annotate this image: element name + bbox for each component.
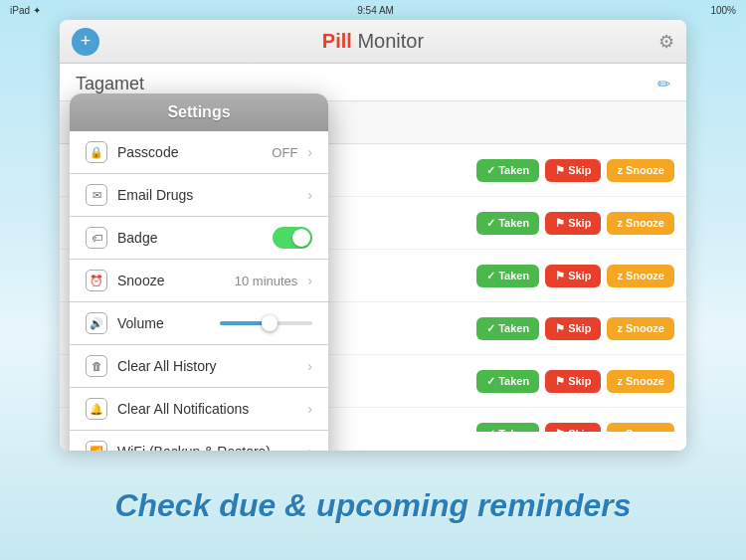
taken-button[interactable]: ✓ Taken (476, 423, 539, 433)
volume-icon: 🔊 (86, 312, 107, 334)
wifi-icon: 📶 (86, 441, 107, 451)
snooze-icon: ⏰ (86, 270, 107, 291)
skip-button[interactable]: ⚑ Skip (545, 423, 601, 433)
taken-button[interactable]: ✓ Taken (476, 159, 539, 182)
clear-notif-label: Clear All Notifications (117, 401, 297, 417)
snooze-button[interactable]: z Snooze (607, 212, 674, 235)
settings-item-snooze[interactable]: ⏰ Snooze 10 minutes › (70, 260, 328, 302)
main-content: Tagamet ✏ Current Actions Upcoming Actio… (60, 64, 686, 451)
settings-item-badge[interactable]: 🏷 Badge (70, 217, 328, 260)
snooze-button[interactable]: z Snooze (607, 317, 674, 340)
gear-icon[interactable]: ⚙ (658, 31, 674, 53)
badge-label: Badge (117, 230, 263, 246)
slider-thumb[interactable] (262, 315, 278, 331)
action-buttons: ✓ Taken ⚑ Skip z Snooze (476, 212, 674, 235)
settings-header: Settings (70, 93, 328, 131)
snooze-value: 10 minutes (235, 274, 298, 288)
passcode-icon: 🔒 (86, 141, 107, 163)
email-icon: ✉ (86, 184, 107, 206)
action-buttons: ✓ Taken ⚑ Skip z Snooze (476, 317, 674, 340)
settings-panel: Settings 🔒 Passcode OFF › ✉ Email Drugs … (70, 93, 328, 451)
snooze-button[interactable]: z Snooze (607, 423, 674, 433)
passcode-value: OFF (272, 145, 297, 160)
taken-button[interactable]: ✓ Taken (476, 370, 539, 393)
bottom-banner: Check due & upcoming reminders (0, 451, 746, 560)
skip-button[interactable]: ⚑ Skip (545, 317, 601, 340)
skip-button[interactable]: ⚑ Skip (545, 212, 601, 235)
settings-item-clear-notifications[interactable]: 🔔 Clear All Notifications › (70, 388, 328, 431)
action-buttons: ✓ Taken ⚑ Skip z Snooze (476, 370, 674, 393)
chevron-icon: › (307, 401, 312, 417)
volume-slider[interactable] (220, 321, 312, 325)
wifi-label: WiFi (Backup & Restore) (117, 444, 297, 451)
chevron-icon: › (307, 358, 312, 374)
time-label: 9:54 AM (357, 5, 394, 16)
snooze-label: Snooze (117, 273, 225, 288)
email-label: Email Drugs (117, 187, 297, 203)
med-title: Tagamet (76, 74, 144, 94)
device-label: iPad ✦ (10, 5, 41, 16)
action-buttons: ✓ Taken ⚑ Skip z Snooze (476, 423, 674, 433)
snooze-button[interactable]: z Snooze (607, 159, 674, 182)
passcode-label: Passcode (117, 144, 262, 160)
chevron-icon: › (307, 273, 312, 288)
snooze-button[interactable]: z Snooze (607, 265, 674, 287)
add-button[interactable]: + (72, 28, 99, 56)
app-header: + Pill Monitor ⚙ (60, 20, 686, 64)
taken-button[interactable]: ✓ Taken (476, 317, 539, 340)
banner-text: Check due & upcoming reminders (114, 487, 631, 524)
taken-button[interactable]: ✓ Taken (476, 212, 539, 235)
edit-icon[interactable]: ✏ (657, 75, 670, 93)
battery-label: 100% (710, 5, 736, 16)
action-buttons: ✓ Taken ⚑ Skip z Snooze (476, 159, 674, 182)
snooze-button[interactable]: z Snooze (607, 370, 674, 393)
clear-notif-icon: 🔔 (86, 398, 107, 420)
volume-label: Volume (117, 315, 210, 331)
app-title: Pill Monitor (322, 30, 424, 53)
chevron-icon: › (307, 444, 312, 451)
badge-icon: 🏷 (86, 227, 107, 249)
status-bar: iPad ✦ 9:54 AM 100% (0, 0, 746, 20)
settings-item-email[interactable]: ✉ Email Drugs › (70, 174, 328, 217)
settings-item-clear-history[interactable]: 🗑 Clear All History › (70, 345, 328, 388)
chevron-icon: › (307, 144, 312, 160)
settings-item-wifi[interactable]: 📶 WiFi (Backup & Restore) › (70, 431, 328, 451)
skip-button[interactable]: ⚑ Skip (545, 370, 601, 393)
skip-button[interactable]: ⚑ Skip (545, 159, 601, 182)
settings-item-passcode[interactable]: 🔒 Passcode OFF › (70, 131, 328, 174)
taken-button[interactable]: ✓ Taken (476, 265, 539, 287)
chevron-icon: › (307, 187, 312, 203)
clear-history-label: Clear All History (117, 358, 297, 374)
settings-item-volume[interactable]: 🔊 Volume (70, 302, 328, 345)
action-buttons: ✓ Taken ⚑ Skip z Snooze (476, 265, 674, 287)
clear-history-icon: 🗑 (86, 355, 107, 377)
ipad-frame: + Pill Monitor ⚙ Tagamet ✏ Current Actio… (60, 20, 686, 451)
skip-button[interactable]: ⚑ Skip (545, 265, 601, 287)
badge-toggle[interactable] (273, 227, 312, 249)
